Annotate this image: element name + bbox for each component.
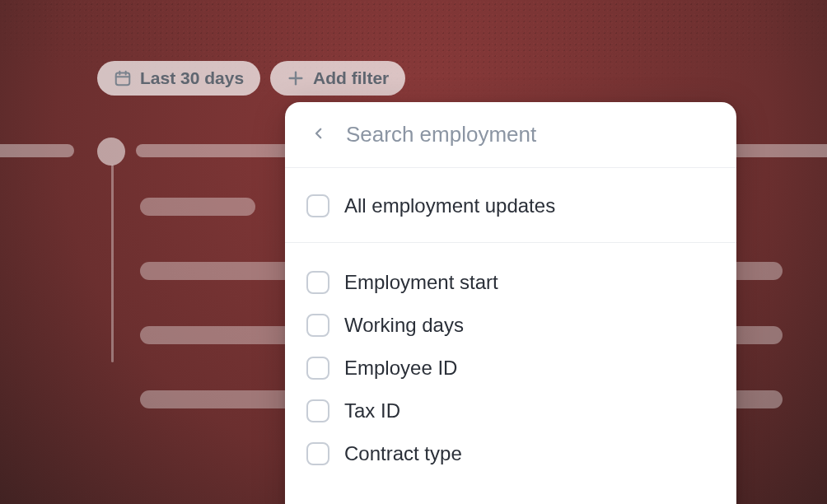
- option-working-days[interactable]: Working days: [306, 304, 715, 347]
- option-employee-id[interactable]: Employee ID: [306, 347, 715, 390]
- add-filter-label: Add filter: [313, 68, 389, 88]
- checkbox[interactable]: [306, 399, 329, 422]
- search-input[interactable]: [346, 122, 715, 147]
- checkbox[interactable]: [306, 442, 329, 465]
- popover-options-section: Employment start Working days Employee I…: [285, 243, 736, 490]
- option-all-updates[interactable]: All employment updates: [306, 184, 715, 227]
- chevron-left-icon: [311, 122, 326, 148]
- plus-icon: [287, 69, 305, 87]
- date-range-label: Last 30 days: [140, 68, 244, 88]
- option-tax-id[interactable]: Tax ID: [306, 390, 715, 432]
- checkbox[interactable]: [306, 271, 329, 294]
- timeline-node[interactable]: [97, 138, 125, 166]
- filter-popover: All employment updates Employment start …: [285, 102, 736, 504]
- checkbox[interactable]: [306, 194, 329, 217]
- timeline-segment: [0, 144, 74, 157]
- option-label: Employment start: [344, 271, 498, 294]
- option-employment-start[interactable]: Employment start: [306, 261, 715, 304]
- skeleton-line: [140, 198, 255, 216]
- option-label: All employment updates: [344, 194, 555, 217]
- option-label: Tax ID: [344, 399, 400, 422]
- option-label: Employee ID: [344, 357, 457, 380]
- calendar-icon: [114, 69, 132, 87]
- option-contract-type[interactable]: Contract type: [306, 432, 715, 475]
- option-label: Contract type: [344, 442, 462, 465]
- back-button[interactable]: [306, 123, 331, 147]
- checkbox[interactable]: [306, 314, 329, 337]
- date-range-pill[interactable]: Last 30 days: [97, 61, 260, 96]
- popover-top-section: All employment updates: [285, 168, 736, 243]
- option-label: Working days: [344, 314, 464, 337]
- timeline-stem: [111, 165, 114, 362]
- svg-rect-0: [116, 73, 130, 86]
- filter-bar: Last 30 days Add filter: [97, 61, 405, 96]
- popover-header: [285, 102, 736, 168]
- checkbox[interactable]: [306, 357, 329, 380]
- add-filter-pill[interactable]: Add filter: [270, 61, 405, 96]
